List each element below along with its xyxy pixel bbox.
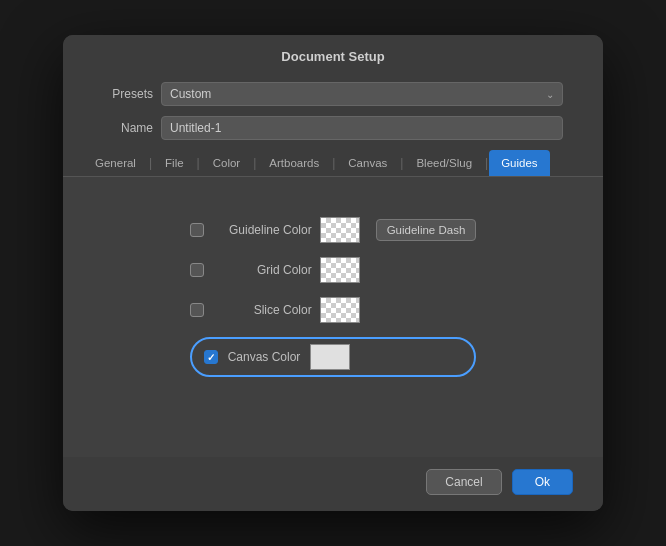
dialog-title: Document Setup	[63, 35, 603, 74]
tab-canvas[interactable]: Canvas	[336, 150, 399, 176]
slice-color-checkbox[interactable]	[190, 303, 204, 317]
canvas-color-label: Canvas Color	[228, 350, 301, 364]
presets-label: Presets	[103, 87, 153, 101]
cancel-button[interactable]: Cancel	[426, 469, 501, 495]
guideline-color-label: Guideline Color	[212, 223, 312, 237]
guideline-dash-button[interactable]: Guideline Dash	[376, 219, 477, 241]
canvas-color-checkbox[interactable]	[204, 350, 218, 364]
guideline-color-row: Guideline Color Guideline Dash	[190, 217, 477, 243]
color-rows: Guideline Color Guideline Dash Grid Colo…	[190, 217, 477, 377]
guideline-color-checkbox[interactable]	[190, 223, 204, 237]
presets-dropdown[interactable]: Custom ⌄	[161, 82, 563, 106]
slice-color-row: Slice Color	[190, 297, 477, 323]
name-input[interactable]	[161, 116, 563, 140]
presets-value: Custom	[170, 87, 211, 101]
slice-color-swatch[interactable]	[320, 297, 360, 323]
tab-file[interactable]: File	[153, 150, 196, 176]
footer: Cancel Ok	[63, 457, 603, 511]
canvas-color-row: Canvas Color	[190, 337, 477, 377]
ok-button[interactable]: Ok	[512, 469, 573, 495]
tab-color[interactable]: Color	[201, 150, 252, 176]
chevron-down-icon: ⌄	[546, 89, 554, 100]
guideline-color-swatch[interactable]	[320, 217, 360, 243]
grid-color-label: Grid Color	[212, 263, 312, 277]
grid-color-checkbox[interactable]	[190, 263, 204, 277]
tab-artboards[interactable]: Artboards	[257, 150, 331, 176]
tab-general[interactable]: General	[83, 150, 148, 176]
canvas-color-swatch[interactable]	[310, 344, 350, 370]
presets-row: Presets Custom ⌄	[63, 74, 603, 112]
tab-guides[interactable]: Guides	[489, 150, 549, 176]
name-label: Name	[103, 121, 153, 135]
tabs-row: General | File | Color | Artboards | Can…	[63, 150, 603, 177]
content-area: Guideline Color Guideline Dash Grid Colo…	[63, 177, 603, 457]
grid-color-swatch[interactable]	[320, 257, 360, 283]
grid-color-row: Grid Color	[190, 257, 477, 283]
document-setup-dialog: Document Setup Presets Custom ⌄ Name Gen…	[63, 35, 603, 511]
name-row: Name	[63, 112, 603, 150]
slice-color-label: Slice Color	[212, 303, 312, 317]
tab-bleed-slug[interactable]: Bleed/Slug	[404, 150, 484, 176]
